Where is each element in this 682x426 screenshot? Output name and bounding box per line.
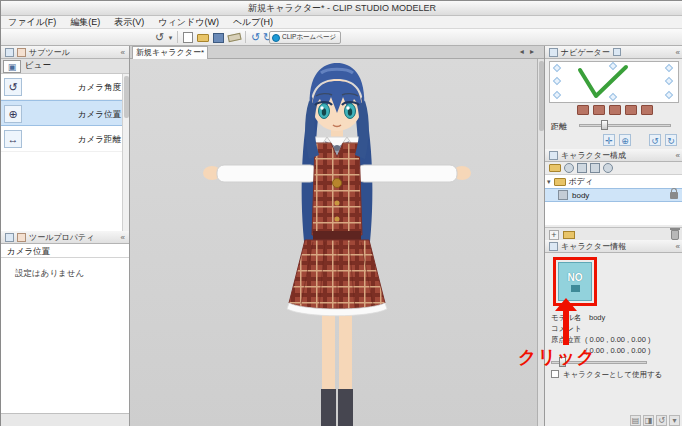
save-icon[interactable] <box>213 33 224 43</box>
distance-slider-track[interactable] <box>579 124 671 127</box>
subtool-group-tab[interactable]: ▣ <box>3 60 21 73</box>
tool-property-panel-icon-2 <box>17 233 26 242</box>
navigator-header-button[interactable] <box>613 48 621 56</box>
hand-part-icon[interactable] <box>577 163 587 173</box>
scrollbar-thumb[interactable] <box>124 76 129 118</box>
panel-footer-icon-3[interactable]: ↺ <box>656 415 667 426</box>
collapse-panel-icon[interactable]: « <box>676 149 680 162</box>
subtool-item-camera-angle[interactable]: ↺ カメラ角度 <box>1 74 129 100</box>
character-info-panel-header[interactable]: キャラクター情報 « <box>545 240 682 253</box>
origin-position-value[interactable]: ( 0.00 , 0.00 , 0.00 ) <box>585 335 650 344</box>
character-structure-panel-header[interactable]: キャラクター構成 « <box>545 149 682 162</box>
nav-zoom-icon[interactable]: ⊕ <box>619 134 631 146</box>
click-annotation-label: クリック <box>518 345 596 369</box>
character-thumbnail[interactable]: NO <box>558 262 592 301</box>
subtool-item-camera-distance[interactable]: ↔ カメラ距離 <box>1 126 129 152</box>
collapse-panel-icon[interactable]: « <box>121 231 125 244</box>
distance-slider-row: 距離 <box>545 119 682 132</box>
tool-property-panel-header[interactable]: ツールプロパティ « <box>1 231 129 244</box>
add-item-icon[interactable]: + <box>549 230 559 240</box>
nav-pan-icon[interactable]: ✛ <box>603 134 615 146</box>
camera-glyph-icon <box>571 285 580 292</box>
collapse-panel-icon[interactable]: « <box>121 46 125 59</box>
tool-property-panel-icon <box>5 233 14 242</box>
tool-property-panel-title: ツールプロパティ <box>29 232 94 243</box>
app-window: 新規キャラクター* - CLIP STUDIO MODELER ファイル(F) … <box>0 0 682 426</box>
camera-preset-icon[interactable] <box>609 105 621 115</box>
subtool-panel-icon <box>5 48 14 57</box>
head-part-icon[interactable] <box>564 163 574 173</box>
delete-icon[interactable] <box>671 230 679 240</box>
document-tab[interactable]: 新規キャラクター* <box>132 46 208 59</box>
clip-homepage-label: CLIPホームページ <box>282 33 336 42</box>
panel-footer-icon-1[interactable]: ▤ <box>630 415 641 426</box>
use-as-character-checkbox[interactable] <box>551 370 559 378</box>
character-info-panel-icon <box>549 242 558 251</box>
camera-preset-icon[interactable] <box>577 105 589 115</box>
subtool-panel-header[interactable]: サブツール « <box>1 46 129 59</box>
navigator-panel-header[interactable]: ナビゲーター « <box>545 46 682 59</box>
navigator-panel-icon <box>549 48 558 57</box>
menu-window[interactable]: ウィンドウ(W) <box>151 16 226 29</box>
tab-scroll-icons[interactable]: ◂ ▸ <box>520 47 536 56</box>
character-structure-panel-title: キャラクター構成 <box>561 150 626 161</box>
left-panel-footer <box>1 413 129 426</box>
main-toolbar: ↺ ▾ ↺ ↻ CLIPホームページ <box>1 29 682 46</box>
toolbar-separator <box>245 31 246 43</box>
structure-item-body[interactable]: body <box>545 188 682 202</box>
subtool-scrollbar[interactable] <box>122 74 129 231</box>
click-annotation-arrow <box>563 310 569 345</box>
subtool-list: ↺ カメラ角度 ⊕ カメラ位置 ↔ カメラ距離 <box>1 74 129 231</box>
viewport-scrollbar[interactable] <box>537 59 544 426</box>
collapse-panel-icon[interactable]: « <box>676 240 680 253</box>
title-bar[interactable]: 新規キャラクター* - CLIP STUDIO MODELER <box>1 1 682 16</box>
model-name-value[interactable]: body <box>589 313 605 322</box>
camera-angle-icon: ↺ <box>4 78 22 96</box>
menu-help[interactable]: ヘルプ(H) <box>226 16 280 29</box>
menu-file[interactable]: ファイル(F) <box>1 16 63 29</box>
distance-label: 距離 <box>551 121 567 132</box>
camera-preset-icon[interactable] <box>625 105 637 115</box>
navigator-preview[interactable] <box>549 61 679 103</box>
tool-property-subtool-name: カメラ位置 <box>1 244 129 258</box>
3d-canvas[interactable] <box>130 59 537 426</box>
subtool-item-camera-position[interactable]: ⊕ カメラ位置 <box>1 100 129 126</box>
menu-view[interactable]: 表示(V) <box>107 16 151 29</box>
menu-edit[interactable]: 編集(E) <box>63 16 107 29</box>
new-document-icon[interactable] <box>183 32 193 43</box>
camera-preset-icon[interactable] <box>593 105 605 115</box>
collapse-panel-icon[interactable]: « <box>676 46 680 59</box>
toolbar-separator <box>177 31 178 43</box>
lock-icon[interactable] <box>670 192 678 199</box>
clip-homepage-button[interactable]: CLIPホームページ <box>269 31 341 44</box>
ruler-icon[interactable] <box>227 33 241 43</box>
distance-slider-handle[interactable] <box>601 120 608 130</box>
clothes-part-icon[interactable] <box>590 163 600 173</box>
camera-position-icon: ⊕ <box>4 105 22 123</box>
nav-rotate-right-icon[interactable]: ↻ <box>665 134 677 146</box>
camera-preset-icon[interactable] <box>641 105 653 115</box>
open-file-icon[interactable] <box>197 34 209 42</box>
folder-icon <box>554 178 566 186</box>
left-panel-column: サブツール « ▣ ビュー ↺ カメラ角度 ⊕ カメラ位置 ↔ カメラ距離 <box>1 46 130 426</box>
document-viewport: 新規キャラクター* ◂ ▸ <box>130 46 544 426</box>
new-folder-icon[interactable] <box>563 231 575 239</box>
subtool-item-label: カメラ距離 <box>78 134 121 146</box>
add-folder-icon[interactable] <box>549 164 561 172</box>
disclosure-icon[interactable]: ▾ <box>547 178 551 186</box>
structure-item-label: body <box>572 191 589 200</box>
subtool-group-label: ビュー <box>25 60 51 72</box>
panel-footer-icon-2[interactable]: ◨ <box>643 415 654 426</box>
subtool-item-label: カメラ位置 <box>78 109 121 121</box>
character-structure-panel-icon <box>549 151 558 160</box>
undo-dropdown-icon[interactable]: ▾ <box>164 31 177 44</box>
nav-rotate-left-icon[interactable]: ↺ <box>649 134 661 146</box>
subtool-item-label: カメラ角度 <box>78 82 121 94</box>
structure-toolbar <box>545 162 682 175</box>
document-tab-strip: 新規キャラクター* ◂ ▸ <box>130 46 544 59</box>
accessory-part-icon[interactable] <box>603 163 613 173</box>
clip-logo-icon <box>272 34 280 42</box>
structure-group-body[interactable]: ▾ ボディ <box>545 175 682 188</box>
panel-footer-icon-4[interactable]: ▾ <box>669 415 680 426</box>
tool-property-body: 設定はありません <box>1 258 129 413</box>
